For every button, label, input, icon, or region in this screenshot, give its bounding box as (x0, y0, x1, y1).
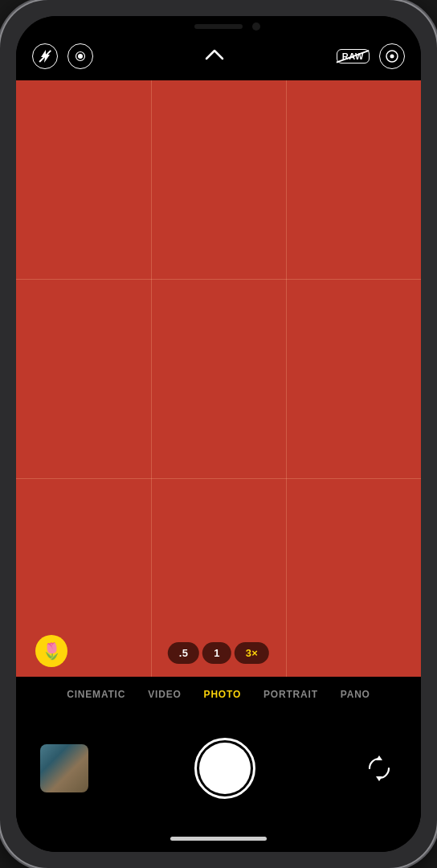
options-icon (386, 50, 398, 63)
mode-cinematic[interactable]: CINEMATIC (55, 689, 137, 700)
svg-marker-5 (376, 776, 382, 781)
mode-pano[interactable]: PANO (329, 689, 382, 700)
flip-camera-button[interactable] (361, 751, 397, 786)
grid-line-v2 (286, 80, 287, 677)
shutter-button[interactable] (194, 738, 255, 799)
svg-point-3 (390, 55, 394, 59)
flash-button[interactable] (32, 43, 58, 69)
home-bar (170, 837, 267, 841)
grid-overlay (16, 80, 421, 677)
macro-icon: 🌷 (42, 641, 62, 661)
shutter-inner-circle (199, 743, 251, 794)
grid-line-h2 (16, 478, 421, 479)
home-indicator (16, 825, 421, 852)
mode-video[interactable]: VIDEO (137, 689, 192, 700)
chevron-up-icon (205, 48, 224, 61)
mode-photo[interactable]: PHOTO (193, 689, 252, 700)
grid-line-h1 (16, 279, 421, 280)
zoom-3x-button[interactable]: 3× (235, 642, 269, 664)
grid-line-v1 (151, 80, 152, 677)
live-photo-icon (75, 51, 86, 62)
thumbnail-image (40, 744, 88, 792)
flash-off-icon (39, 50, 51, 63)
top-bar-right: RAW (337, 43, 405, 69)
mode-portrait[interactable]: PORTRAIT (252, 689, 329, 700)
camera-options-button[interactable] (379, 43, 405, 69)
mode-bar: CINEMATIC VIDEO PHOTO PORTRAIT PANO (16, 677, 421, 712)
phone-screen: RAW (16, 16, 421, 852)
svg-point-0 (78, 54, 83, 59)
front-camera (252, 23, 260, 31)
photo-thumbnail[interactable] (40, 744, 88, 792)
viewfinder[interactable]: 🌷 .5 1 3× (16, 80, 421, 677)
camera-screen: RAW (16, 16, 421, 852)
zoom-1x-button[interactable]: 1 (202, 642, 231, 664)
live-photo-button[interactable] (67, 43, 93, 69)
raw-button[interactable]: RAW (337, 49, 370, 63)
speaker (194, 24, 243, 29)
flip-camera-icon (365, 754, 394, 783)
svg-marker-4 (376, 755, 382, 760)
macro-button[interactable]: 🌷 (35, 635, 67, 667)
zoom-05-button[interactable]: .5 (168, 642, 199, 664)
zoom-controls: .5 1 3× (168, 642, 269, 664)
chevron-up-button[interactable] (205, 48, 224, 65)
notch (154, 16, 283, 40)
phone-frame: RAW (0, 0, 437, 868)
top-bar-left (32, 43, 93, 69)
bottom-controls (16, 712, 421, 825)
